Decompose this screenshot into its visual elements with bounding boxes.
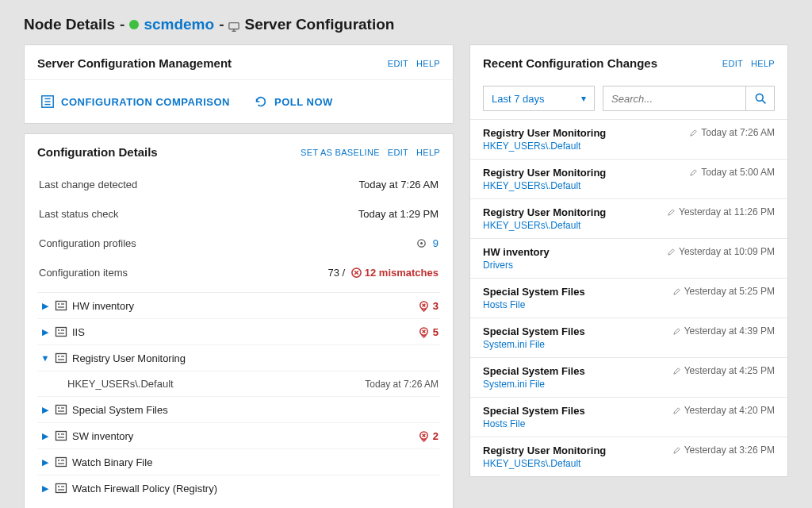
compare-label: CONFIGURATION COMPARISON: [61, 96, 230, 108]
last-check-label: Last status check: [39, 208, 118, 220]
last-change-label: Last change detected: [39, 179, 137, 190]
change-title: HW inventory: [483, 246, 550, 258]
change-row[interactable]: Special System FilesSystem.ini FileYeste…: [470, 357, 787, 397]
tree-row[interactable]: ▶SW inventory2: [37, 423, 440, 449]
disclosure-icon[interactable]: ▶: [39, 325, 52, 338]
profile-icon: [55, 352, 67, 364]
configuration-comparison-button[interactable]: CONFIGURATION COMPARISON: [40, 94, 230, 109]
config-items-tree: ▶HW inventory3▶IIS5▼Registry User Monito…: [37, 292, 440, 501]
poll-label: POLL NOW: [274, 96, 333, 108]
chevron-down-icon: ▾: [581, 93, 586, 104]
change-row[interactable]: Registry User MonitoringHKEY_USERs\.Defa…: [470, 198, 787, 238]
disclosure-icon[interactable]: ▼: [39, 352, 52, 364]
disclosure-icon[interactable]: ▶: [39, 403, 52, 416]
tree-item-label: IIS: [72, 326, 418, 338]
tree-item-label: Special System Files: [72, 404, 439, 416]
svg-point-52: [756, 94, 763, 101]
change-title: Special System Files: [483, 365, 585, 377]
profiles-count-link[interactable]: 9: [433, 237, 439, 249]
svg-point-49: [58, 486, 59, 487]
change-subtitle-link[interactable]: HKEY_USERs\.Default: [483, 458, 606, 469]
change-list: Registry User MonitoringHKEY_USERs\.Defa…: [470, 119, 787, 476]
change-subtitle-link[interactable]: Hosts File: [483, 299, 585, 310]
search-input[interactable]: [611, 93, 745, 105]
tree-item-label: HW inventory: [72, 300, 418, 312]
change-row[interactable]: Special System FilesSystem.ini FileYeste…: [470, 318, 787, 357]
profile-icon: [55, 299, 67, 312]
refresh-icon: [254, 94, 268, 109]
change-timestamp: Yesterday at 10:09 PM: [667, 246, 775, 257]
change-title: Special System Files: [483, 405, 585, 417]
change-row[interactable]: Registry User MonitoringHKEY_USERs\.Defa…: [470, 119, 787, 159]
range-selected-label: Last 7 days: [492, 93, 545, 105]
svg-rect-48: [56, 484, 67, 493]
change-title: Registry User Monitoring: [483, 206, 606, 218]
change-subtitle-link[interactable]: System.ini File: [483, 339, 585, 350]
tree-child-label: HKEY_USERs\.Default: [67, 378, 360, 390]
profile-icon: [55, 325, 67, 338]
change-timestamp: Yesterday at 5:25 PM: [672, 286, 775, 297]
change-subtitle-link[interactable]: HKEY_USERs\.Default: [483, 140, 606, 152]
svg-point-13: [58, 303, 59, 305]
tree-row[interactable]: ▶Watch Firewall Policy (Registry): [37, 475, 440, 501]
tree-row[interactable]: ▶IIS5: [37, 319, 440, 345]
tree-row[interactable]: ▶HW inventory3: [37, 293, 440, 319]
svg-point-38: [58, 433, 59, 435]
edit-link[interactable]: EDIT: [388, 148, 408, 157]
edit-link[interactable]: EDIT: [722, 59, 743, 68]
tree-child-row[interactable]: HKEY_USERs\.DefaultToday at 7:26 AM: [37, 371, 440, 397]
svg-point-27: [58, 356, 59, 357]
date-range-select[interactable]: Last 7 days ▾: [483, 86, 595, 111]
compare-icon: [40, 94, 55, 109]
change-row[interactable]: Special System FilesHosts FileYesterday …: [470, 397, 787, 437]
search-button[interactable]: [745, 86, 774, 111]
change-subtitle-link[interactable]: HKEY_USERs\.Default: [483, 220, 606, 231]
page-title-prefix: Node Details: [24, 16, 115, 33]
svg-rect-0: [229, 23, 239, 29]
profile-icon: [55, 403, 67, 416]
tree-item-label: SW inventory: [72, 430, 418, 442]
panel-title: Server Configuration Management: [37, 56, 232, 70]
poll-now-button[interactable]: POLL NOW: [254, 94, 333, 109]
edit-link[interactable]: EDIT: [388, 59, 408, 68]
change-subtitle-link[interactable]: HKEY_USERs\.Default: [483, 180, 606, 191]
host-icon: [228, 19, 239, 30]
change-row[interactable]: Registry User MonitoringHKEY_USERs\.Defa…: [470, 159, 787, 198]
svg-point-45: [58, 460, 59, 461]
items-value: 73 / 12 mismatches: [327, 267, 439, 279]
change-timestamp: Yesterday at 4:20 PM: [672, 405, 775, 416]
tree-row[interactable]: ▶Special System Files: [37, 397, 440, 423]
svg-rect-44: [56, 458, 67, 467]
tree-row[interactable]: ▼Registry User Monitoring: [37, 345, 440, 371]
node-name-link[interactable]: scmdemo: [144, 16, 214, 33]
change-timestamp: Yesterday at 11:26 PM: [667, 206, 775, 217]
disclosure-icon[interactable]: ▶: [39, 456, 52, 468]
configuration-details-panel: Configuration Details SET AS BASELINE ED…: [24, 133, 454, 508]
disclosure-icon[interactable]: ▶: [39, 299, 52, 312]
disclosure-icon[interactable]: ▶: [39, 429, 52, 442]
change-subtitle-link[interactable]: Drivers: [483, 260, 550, 271]
help-link[interactable]: HELP: [751, 59, 775, 68]
change-subtitle-link[interactable]: System.ini File: [483, 379, 585, 390]
mismatch-text: 12 mismatches: [365, 267, 439, 279]
profile-icon: [55, 429, 67, 442]
tree-item-label: Watch Firewall Policy (Registry): [72, 483, 439, 495]
mismatch-badge: 3: [418, 300, 439, 312]
change-row[interactable]: Registry User MonitoringHKEY_USERs\.Defa…: [470, 437, 787, 476]
svg-point-8: [420, 242, 423, 244]
tree-item-label: Watch Binary File: [72, 456, 439, 468]
gear-icon: [416, 237, 427, 249]
help-link[interactable]: HELP: [416, 148, 440, 157]
set-baseline-link[interactable]: SET AS BASELINE: [301, 148, 380, 157]
change-timestamp: Today at 7:26 AM: [689, 127, 775, 138]
change-row[interactable]: Special System FilesHosts FileYesterday …: [470, 278, 787, 318]
disclosure-icon[interactable]: ▶: [39, 482, 52, 495]
change-title: Registry User Monitoring: [483, 127, 606, 139]
tree-row[interactable]: ▶Watch Binary File: [37, 449, 440, 475]
change-title: Special System Files: [483, 286, 585, 298]
change-row[interactable]: HW inventoryDriversYesterday at 10:09 PM: [470, 238, 787, 278]
help-link[interactable]: HELP: [416, 59, 440, 68]
change-subtitle-link[interactable]: Hosts File: [483, 418, 585, 429]
last-change-value: Today at 7:26 AM: [359, 179, 439, 190]
panel-title: Configuration Details: [37, 145, 158, 159]
